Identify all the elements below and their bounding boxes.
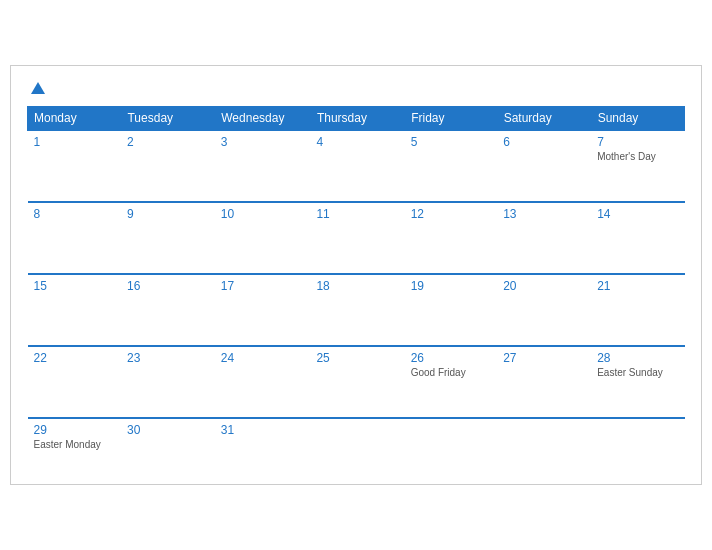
weekday-header-sunday: Sunday — [591, 107, 684, 131]
week-row-2: 891011121314 — [28, 202, 685, 274]
calendar-cell: 29Easter Monday — [28, 418, 121, 472]
weekday-header-friday: Friday — [405, 107, 497, 131]
day-number: 25 — [316, 351, 398, 365]
weekday-header-tuesday: Tuesday — [121, 107, 215, 131]
calendar-cell: 10 — [215, 202, 311, 274]
day-number: 22 — [34, 351, 115, 365]
calendar-cell: 6 — [497, 130, 591, 202]
day-number: 13 — [503, 207, 585, 221]
day-number: 15 — [34, 279, 115, 293]
calendar-cell: 17 — [215, 274, 311, 346]
calendar-cell: 14 — [591, 202, 684, 274]
calendar-cell: 22 — [28, 346, 121, 418]
calendar-container: MondayTuesdayWednesdayThursdayFridaySatu… — [10, 65, 702, 485]
day-event: Easter Sunday — [597, 367, 678, 378]
calendar-cell: 13 — [497, 202, 591, 274]
calendar-cell: 27 — [497, 346, 591, 418]
calendar-cell: 9 — [121, 202, 215, 274]
day-number: 12 — [411, 207, 491, 221]
calendar-cell: 2 — [121, 130, 215, 202]
calendar-cell: 20 — [497, 274, 591, 346]
logo-blue-text — [27, 82, 45, 94]
day-number: 21 — [597, 279, 678, 293]
day-number: 26 — [411, 351, 491, 365]
weekday-header-saturday: Saturday — [497, 107, 591, 131]
week-row-1: 1234567Mother's Day — [28, 130, 685, 202]
calendar-header — [27, 82, 685, 94]
calendar-cell — [405, 418, 497, 472]
calendar-cell: 19 — [405, 274, 497, 346]
day-event: Easter Monday — [34, 439, 115, 450]
day-number: 19 — [411, 279, 491, 293]
day-number: 17 — [221, 279, 305, 293]
day-number: 27 — [503, 351, 585, 365]
day-number: 31 — [221, 423, 305, 437]
weekday-header-monday: Monday — [28, 107, 121, 131]
calendar-cell: 18 — [310, 274, 404, 346]
day-number: 30 — [127, 423, 209, 437]
calendar-cell: 23 — [121, 346, 215, 418]
day-event: Good Friday — [411, 367, 491, 378]
day-number: 18 — [316, 279, 398, 293]
calendar-cell — [591, 418, 684, 472]
calendar-cell — [310, 418, 404, 472]
day-number: 9 — [127, 207, 209, 221]
calendar-cell — [497, 418, 591, 472]
calendar-cell: 24 — [215, 346, 311, 418]
logo — [27, 82, 45, 94]
calendar-cell: 7Mother's Day — [591, 130, 684, 202]
day-number: 4 — [316, 135, 398, 149]
calendar-cell: 3 — [215, 130, 311, 202]
calendar-cell: 26Good Friday — [405, 346, 497, 418]
calendar-cell: 4 — [310, 130, 404, 202]
day-number: 7 — [597, 135, 678, 149]
weekday-header-wednesday: Wednesday — [215, 107, 311, 131]
week-row-3: 15161718192021 — [28, 274, 685, 346]
calendar-cell: 16 — [121, 274, 215, 346]
calendar-cell: 12 — [405, 202, 497, 274]
day-number: 3 — [221, 135, 305, 149]
logo-triangle-icon — [31, 82, 45, 94]
day-number: 8 — [34, 207, 115, 221]
week-row-5: 29Easter Monday3031 — [28, 418, 685, 472]
day-number: 1 — [34, 135, 115, 149]
day-number: 16 — [127, 279, 209, 293]
calendar-cell: 25 — [310, 346, 404, 418]
day-number: 29 — [34, 423, 115, 437]
day-event: Mother's Day — [597, 151, 678, 162]
day-number: 14 — [597, 207, 678, 221]
day-number: 5 — [411, 135, 491, 149]
week-row-4: 2223242526Good Friday2728Easter Sunday — [28, 346, 685, 418]
calendar-body: 1234567Mother's Day891011121314151617181… — [28, 130, 685, 472]
calendar-thead: MondayTuesdayWednesdayThursdayFridaySatu… — [28, 107, 685, 131]
day-number: 20 — [503, 279, 585, 293]
calendar-cell: 1 — [28, 130, 121, 202]
day-number: 11 — [316, 207, 398, 221]
day-number: 24 — [221, 351, 305, 365]
calendar-cell: 8 — [28, 202, 121, 274]
calendar-cell: 21 — [591, 274, 684, 346]
day-number: 28 — [597, 351, 678, 365]
day-number: 6 — [503, 135, 585, 149]
calendar-grid: MondayTuesdayWednesdayThursdayFridaySatu… — [27, 106, 685, 472]
calendar-cell: 15 — [28, 274, 121, 346]
calendar-cell: 28Easter Sunday — [591, 346, 684, 418]
weekday-header-thursday: Thursday — [310, 107, 404, 131]
day-number: 10 — [221, 207, 305, 221]
day-number: 23 — [127, 351, 209, 365]
calendar-cell: 31 — [215, 418, 311, 472]
weekday-header-row: MondayTuesdayWednesdayThursdayFridaySatu… — [28, 107, 685, 131]
calendar-cell: 5 — [405, 130, 497, 202]
calendar-cell: 11 — [310, 202, 404, 274]
calendar-cell: 30 — [121, 418, 215, 472]
day-number: 2 — [127, 135, 209, 149]
